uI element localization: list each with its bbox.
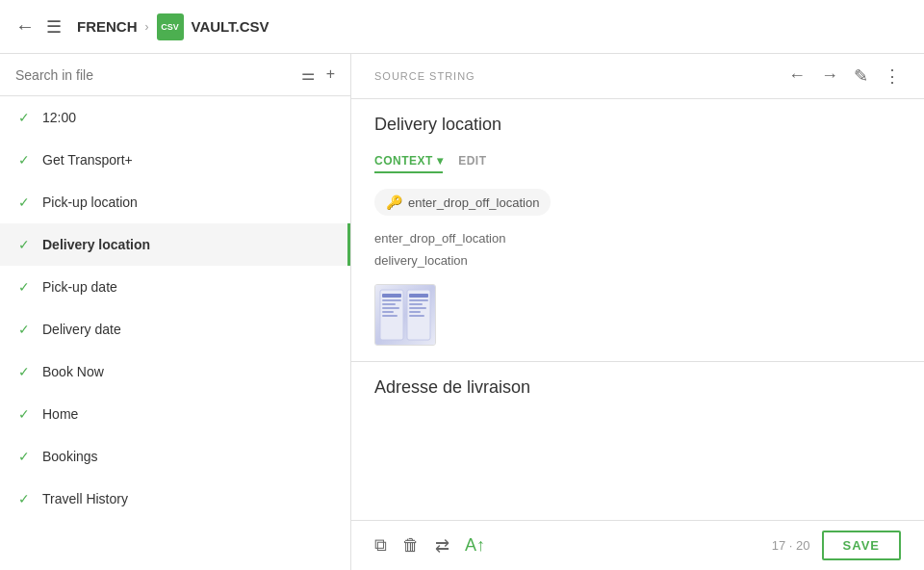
sidebar-item-label: Pick-up date (42, 279, 117, 295)
source-tab[interactable]: CONTEXT ▾ (374, 150, 443, 173)
svg-rect-2 (382, 299, 401, 301)
svg-rect-13 (409, 315, 424, 317)
source-tab[interactable]: EDIT (458, 150, 486, 173)
toolbar-right: 17 · 20 SAVE (772, 531, 901, 560)
sidebar-item-label: Pick-up location (42, 194, 138, 210)
svg-rect-3 (382, 303, 396, 305)
more-menu-button[interactable]: ⋮ (884, 65, 901, 87)
main-layout: ⚌ + ✓ 12:00 ✓ Get Transport+ ✓ Pick-up l… (0, 54, 924, 570)
check-icon: ✓ (15, 194, 33, 210)
edit-button[interactable]: ✎ (854, 65, 868, 87)
svg-rect-9 (409, 299, 428, 301)
word-count: 17 · 20 (772, 538, 810, 553)
screenshot-image (375, 285, 435, 345)
sidebar-item-label: Book Now (42, 364, 104, 379)
toolbar-left: ⧉ 🗑 ⇄ A↑ (374, 535, 485, 557)
language-label: FRENCH (77, 18, 138, 35)
check-icon: ✓ (15, 152, 33, 168)
nav-next-button[interactable]: → (821, 65, 838, 87)
key-text: enter_drop_off_location (408, 195, 539, 210)
search-input[interactable] (15, 67, 294, 83)
sidebar-item[interactable]: ✓ Travell History (0, 478, 350, 520)
sidebar-item-label: Get Transport+ (42, 152, 133, 168)
check-icon: ✓ (15, 491, 33, 506)
translation-text: Adresse de livraison (374, 377, 901, 505)
check-icon: ✓ (15, 322, 33, 337)
search-bar: ⚌ + (0, 54, 350, 96)
key-pill: 🔑 enter_drop_off_location (374, 189, 551, 216)
split-icon[interactable]: ⇄ (435, 535, 449, 557)
sidebar-item[interactable]: ✓ Home (0, 393, 350, 435)
add-icon[interactable]: + (326, 65, 335, 84)
source-tabs: CONTEXT ▾EDIT (374, 150, 901, 173)
save-button[interactable]: SAVE (822, 531, 901, 560)
format-icon[interactable]: A↑ (465, 535, 485, 556)
sidebar-item[interactable]: ✓ Book Now (0, 350, 350, 393)
source-body: Delivery location CONTEXT ▾EDIT 🔑 enter_… (351, 99, 924, 362)
check-icon: ✓ (15, 449, 33, 464)
check-icon: ✓ (15, 279, 33, 295)
check-icon: ✓ (15, 406, 33, 422)
sidebar-item-label: 12:00 (42, 110, 76, 125)
copy-icon[interactable]: ⧉ (374, 535, 387, 556)
sidebar: ⚌ + ✓ 12:00 ✓ Get Transport+ ✓ Pick-up l… (0, 54, 351, 570)
sidebar-item[interactable]: ✓ Delivery date (0, 308, 350, 350)
filter-icon[interactable]: ⚌ (301, 65, 315, 84)
context-lines: enter_drop_off_locationdelivery_location (374, 227, 901, 272)
screenshot-thumbnail[interactable] (374, 284, 436, 346)
back-button[interactable]: ← (15, 15, 35, 38)
key-icon: 🔑 (386, 194, 402, 210)
filename-label: VAULT.CSV (192, 18, 270, 35)
svg-rect-8 (409, 294, 428, 298)
breadcrumb-chevron: › (145, 20, 149, 34)
check-icon: ✓ (15, 110, 33, 125)
svg-rect-4 (382, 307, 399, 309)
sidebar-item[interactable]: ✓ Get Transport+ (0, 139, 350, 181)
nav-prev-button[interactable]: ← (788, 65, 806, 87)
sidebar-item[interactable]: ✓ Bookings (0, 435, 350, 478)
app-header: ← ☰ FRENCH › CSV VAULT.CSV (0, 0, 924, 54)
sidebar-item[interactable]: ✓ Pick-up date (0, 266, 350, 308)
svg-rect-1 (382, 294, 401, 298)
source-header: SOURCE STRING ← → ✎ ⋮ (351, 54, 924, 99)
sidebar-item[interactable]: ✓ Delivery location (0, 223, 350, 266)
svg-rect-11 (409, 307, 426, 309)
file-type-icon: CSV (157, 13, 184, 40)
sidebar-item-label: Home (42, 406, 78, 422)
context-line: enter_drop_off_location (374, 227, 901, 249)
source-actions: ← → ✎ ⋮ (788, 65, 901, 87)
screenshot-svg (378, 288, 432, 342)
source-string-title: Delivery location (374, 115, 901, 135)
sidebar-item[interactable]: ✓ Pick-up location (0, 181, 350, 223)
menu-button[interactable]: ☰ (46, 16, 62, 38)
svg-rect-6 (382, 315, 398, 317)
translation-area: Adresse de livraison (351, 362, 924, 520)
sidebar-item-label: Travell History (42, 491, 128, 506)
sidebar-item-label: Delivery location (42, 237, 150, 252)
bottom-toolbar: ⧉ 🗑 ⇄ A↑ 17 · 20 SAVE (351, 520, 924, 570)
string-list: ✓ 12:00 ✓ Get Transport+ ✓ Pick-up locat… (0, 96, 350, 570)
search-icons: ⚌ + (301, 65, 335, 84)
svg-rect-12 (409, 311, 421, 313)
check-icon: ✓ (15, 364, 33, 379)
content-panel: SOURCE STRING ← → ✎ ⋮ Delivery location … (351, 54, 924, 570)
breadcrumb: FRENCH › CSV VAULT.CSV (77, 13, 270, 40)
source-string-label: SOURCE STRING (374, 70, 475, 82)
sidebar-item-label: Bookings (42, 449, 98, 464)
context-line: delivery_location (374, 249, 901, 272)
check-icon: ✓ (15, 237, 33, 252)
sidebar-item-label: Delivery date (42, 322, 121, 337)
svg-rect-10 (409, 303, 423, 305)
delete-icon[interactable]: 🗑 (402, 535, 420, 556)
sidebar-item[interactable]: ✓ 12:00 (0, 96, 350, 139)
svg-rect-5 (382, 311, 394, 313)
